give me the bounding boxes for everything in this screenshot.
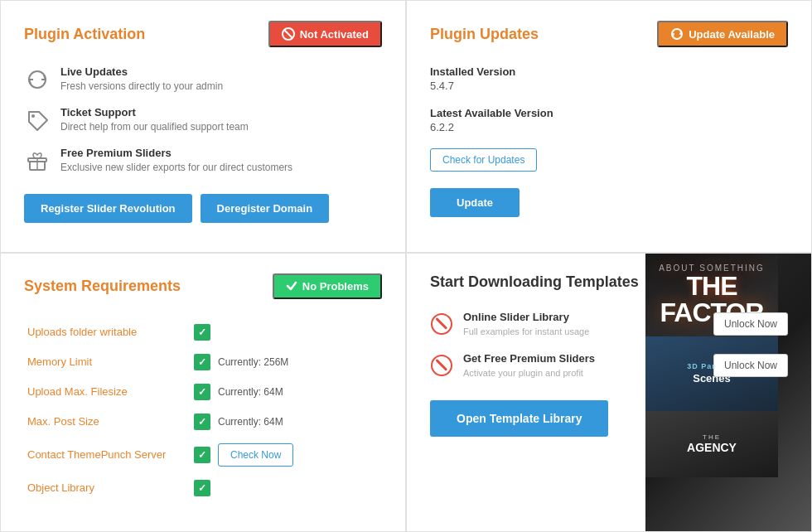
- activation-buttons: Register Slider Revolution Deregister Do…: [24, 194, 382, 223]
- req-status-uploads: ✓: [190, 317, 215, 347]
- req-label-object-library: Object Library: [24, 473, 190, 503]
- req-label-uploads: Uploads folder writable: [24, 317, 190, 347]
- req-row-post-size: Max. Post Size ✓ Currently: 64M: [24, 407, 382, 437]
- template-item-free-premium: Get Free Premium Sliders Activate your p…: [430, 352, 788, 379]
- templates-title: Start Downloading Templates: [430, 273, 639, 291]
- req-status-post-size: ✓: [190, 407, 215, 437]
- template-item-online-library: Online Slider Library Full examples for …: [430, 311, 788, 337]
- feature-live-updates: Live Updates Fresh versions directly to …: [24, 65, 382, 93]
- feature-ticket-support: Ticket Support Direct help from our qual…: [24, 106, 382, 133]
- refresh-icon: [24, 66, 51, 93]
- deregister-button[interactable]: Deregister Domain: [201, 194, 330, 223]
- sync-icon: [670, 27, 684, 41]
- update-available-badge[interactable]: Update Available: [657, 21, 788, 47]
- unlock-free-premium-button[interactable]: Unlock Now: [713, 354, 788, 377]
- plugin-activation-title: Plugin Activation: [24, 26, 145, 43]
- template-content-area: Start Downloading Templates Online Slide…: [430, 273, 788, 437]
- req-status-server: ✓: [190, 437, 215, 473]
- svg-point-2: [31, 114, 35, 118]
- req-label-memory: Memory Limit: [24, 347, 190, 377]
- req-label-upload-filesize: Upload Max. Filesize: [24, 377, 190, 407]
- req-row-server: Contact ThemePunch Server ✓ Check Now: [24, 437, 382, 473]
- system-requirements-header: System Requirements No Problems: [24, 273, 382, 299]
- latest-version-block: Latest Available Version 6.2.2: [430, 107, 788, 133]
- installed-version-block: Installed Version 5.4.7: [430, 65, 788, 92]
- req-extra-memory: Currently: 256M: [215, 347, 382, 377]
- check-now-button[interactable]: Check Now: [218, 443, 293, 467]
- plugin-activation-header: Plugin Activation Not Activated: [24, 21, 382, 47]
- ban-icon: [282, 27, 295, 41]
- req-extra-upload-filesize: Currently: 64M: [215, 377, 382, 407]
- register-button[interactable]: Register Slider Revolution: [24, 194, 192, 223]
- blocked-icon-premium: [430, 354, 453, 377]
- feature-free-sliders: Free Premium Sliders Exclusive new slide…: [24, 147, 382, 174]
- open-template-library-button[interactable]: Open Template Library: [430, 400, 608, 437]
- req-status-memory: ✓: [190, 347, 215, 377]
- check-for-updates-button[interactable]: Check for Updates: [430, 148, 537, 172]
- not-activated-badge[interactable]: Not Activated: [268, 21, 382, 47]
- templates-panel: ABOUT SOMETHING THE FACTOR 3D Parallax S…: [406, 253, 812, 533]
- unlock-online-library-button[interactable]: Unlock Now: [713, 312, 788, 336]
- tag-icon: [24, 107, 51, 133]
- system-requirements-title: System Requirements: [24, 278, 181, 295]
- update-button[interactable]: Update: [430, 188, 520, 217]
- req-row-memory: Memory Limit ✓ Currently: 256M: [24, 347, 382, 377]
- no-problems-badge[interactable]: No Problems: [273, 273, 382, 299]
- req-status-upload-filesize: ✓: [190, 377, 215, 407]
- req-label-server: Contact ThemePunch Server: [24, 437, 190, 473]
- plugin-updates-panel: Plugin Updates Update Available Installe…: [406, 0, 812, 253]
- plugin-updates-header: Plugin Updates Update Available: [430, 21, 788, 47]
- req-row-uploads: Uploads folder writable ✓: [24, 317, 382, 347]
- req-row-object-library: Object Library ✓: [24, 473, 382, 503]
- req-status-object-library: ✓: [190, 473, 215, 503]
- gift-icon: [24, 148, 51, 174]
- templates-header: Start Downloading Templates: [430, 273, 788, 291]
- req-extra-post-size: Currently: 64M: [215, 407, 382, 437]
- system-requirements-panel: System Requirements No Problems Uploads …: [0, 253, 406, 533]
- req-row-upload-filesize: Upload Max. Filesize ✓ Currently: 64M: [24, 377, 382, 407]
- checkmark-icon: [286, 280, 297, 292]
- requirements-table: Uploads folder writable ✓ Memory Limit ✓…: [24, 317, 382, 503]
- blocked-icon-online: [430, 312, 453, 336]
- plugin-updates-title: Plugin Updates: [430, 26, 539, 43]
- plugin-activation-panel: Plugin Activation Not Activated: [0, 0, 406, 253]
- req-label-post-size: Max. Post Size: [24, 407, 190, 437]
- feature-list: Live Updates Fresh versions directly to …: [24, 65, 382, 174]
- svg-line-1: [284, 30, 292, 38]
